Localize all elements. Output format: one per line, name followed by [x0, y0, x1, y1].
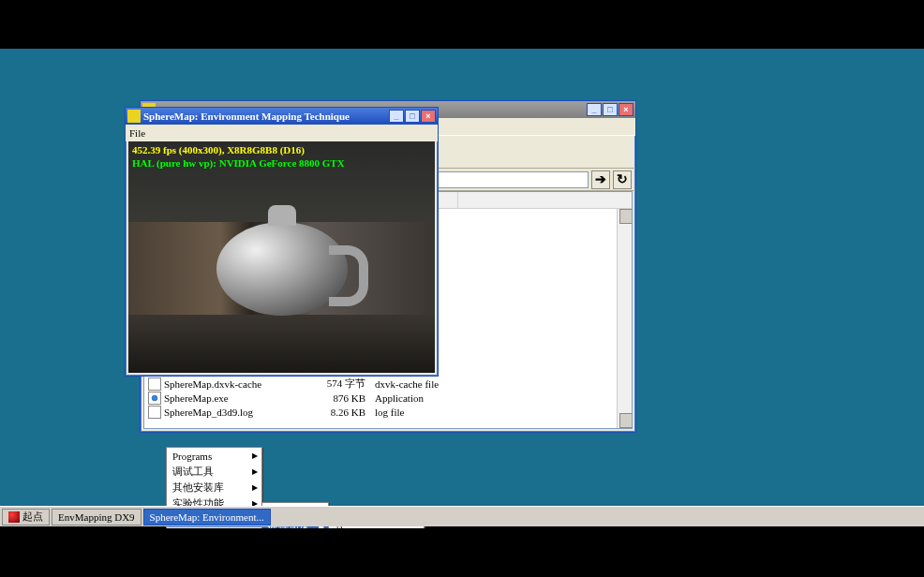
- start-icon: [8, 511, 20, 523]
- file-icon: [148, 406, 161, 419]
- start-button[interactable]: 起点: [2, 509, 50, 525]
- file-row[interactable]: SphereMap.exe876 KBApplication: [148, 391, 613, 405]
- render-viewport[interactable]: 452.39 fps (400x300), X8R8G8B8 (D16) HAL…: [128, 141, 435, 373]
- file-size: 8.26 KB: [309, 407, 375, 418]
- file-row[interactable]: SphereMap_d3d9.log8.26 KBlog file: [148, 405, 613, 419]
- menu-item[interactable]: 其他安装库: [167, 480, 261, 496]
- menu-item[interactable]: 调试工具: [167, 464, 261, 480]
- file-size: 574 字节: [309, 377, 375, 391]
- file-type: Application: [375, 392, 478, 404]
- minimize-button[interactable]: _: [587, 103, 602, 116]
- stats-overlay: 452.39 fps (400x300), X8R8G8B8 (D16) HAL…: [132, 143, 345, 170]
- spheremap-title: SphereMap: Environment Mapping Technique: [143, 111, 389, 122]
- refresh-button[interactable]: ↻: [613, 170, 632, 189]
- scrollbar-vertical[interactable]: [617, 209, 632, 428]
- file-icon: [148, 392, 161, 405]
- spheremap-titlebar[interactable]: SphereMap: Environment Mapping Technique…: [126, 108, 438, 125]
- app-icon: [127, 110, 141, 123]
- close-button[interactable]: ×: [618, 103, 633, 116]
- gpu-line: HAL (pure hw vp): NVIDIA GeForce 8800 GT…: [132, 156, 345, 170]
- file-type: log file: [375, 407, 478, 418]
- file-type: dxvk-cache file: [375, 378, 478, 390]
- desktop[interactable]: _ □ × 未 ➔ ↻ 名称 大小 类型 x fileApplicationdd…: [0, 49, 924, 526]
- menu-item[interactable]: Programs: [167, 448, 261, 464]
- go-button[interactable]: ➔: [591, 170, 610, 189]
- file-size: 876 KB: [309, 392, 375, 404]
- taskbar-button[interactable]: EnvMapping DX9: [52, 509, 142, 525]
- teapot-mesh: [216, 222, 348, 316]
- spheremap-menubar[interactable]: File: [126, 125, 438, 141]
- minimize-button[interactable]: _: [389, 110, 404, 123]
- letterbox-top: [0, 0, 924, 49]
- maximize-button[interactable]: □: [405, 110, 420, 123]
- file-icon: [148, 377, 161, 391]
- taskbar[interactable]: 起点 EnvMapping DX9SphereMap: Environment.…: [0, 506, 924, 526]
- file-name: SphereMap.dxvk-cache: [164, 378, 309, 390]
- letterbox-bottom: [0, 528, 924, 577]
- file-row[interactable]: SphereMap.dxvk-cache574 字节dxvk-cache fil…: [148, 377, 613, 391]
- file-name: SphereMap_d3d9.log: [164, 407, 309, 418]
- menu-file[interactable]: File: [129, 127, 145, 139]
- start-label: 起点: [22, 510, 43, 524]
- file-name: SphereMap.exe: [164, 392, 309, 404]
- close-button[interactable]: ×: [421, 110, 436, 123]
- taskbar-button[interactable]: SphereMap: Environment...: [143, 509, 271, 525]
- spheremap-window[interactable]: SphereMap: Environment Mapping Technique…: [125, 107, 439, 377]
- scene-floor: [128, 315, 435, 373]
- maximize-button[interactable]: □: [603, 103, 618, 116]
- fps-line: 452.39 fps (400x300), X8R8G8B8 (D16): [132, 143, 345, 156]
